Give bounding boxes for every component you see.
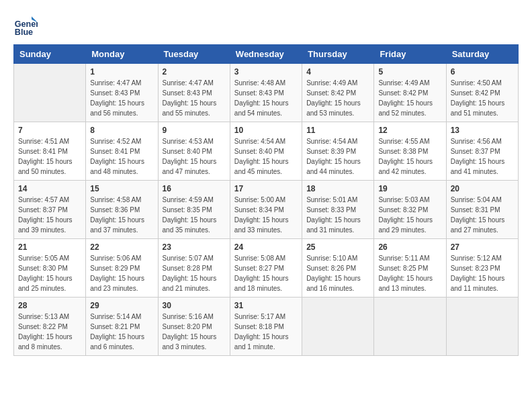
header-day-monday: Monday <box>86 45 158 64</box>
cell-info: Sunrise: 4:54 AMSunset: 8:40 PMDaylight:… <box>234 136 298 177</box>
calendar-cell <box>446 298 518 356</box>
calendar-cell: 17 Sunrise: 5:00 AMSunset: 8:34 PMDaylig… <box>230 181 302 239</box>
cell-info: Sunrise: 4:59 AMSunset: 8:35 PMDaylight:… <box>163 195 226 235</box>
page-header: General Blue <box>13 13 519 38</box>
day-number: 11 <box>306 126 369 135</box>
calendar-cell: 11 Sunrise: 4:54 AMSunset: 8:39 PMDaylig… <box>302 122 374 181</box>
cell-info: Sunrise: 4:47 AMSunset: 8:43 PMDaylight:… <box>90 78 153 118</box>
day-number: 20 <box>451 184 514 193</box>
day-number: 26 <box>378 242 441 252</box>
cell-info: Sunrise: 4:53 AMSunset: 8:40 PMDaylight:… <box>163 136 226 177</box>
calendar-cell <box>14 64 86 122</box>
calendar-header-row: SundayMondayTuesdayWednesdayThursdayFrid… <box>14 45 519 64</box>
day-number: 17 <box>234 184 298 193</box>
cell-info: Sunrise: 4:58 AMSunset: 8:36 PMDaylight:… <box>90 195 153 235</box>
calendar-cell: 2 Sunrise: 4:47 AMSunset: 8:43 PMDayligh… <box>158 64 230 122</box>
week-row-3: 14 Sunrise: 4:57 AMSunset: 8:37 PMDaylig… <box>14 181 519 239</box>
calendar-cell: 21 Sunrise: 5:05 AMSunset: 8:30 PMDaylig… <box>14 239 86 298</box>
calendar-cell: 14 Sunrise: 4:57 AMSunset: 8:37 PMDaylig… <box>14 181 86 239</box>
day-number: 2 <box>163 67 226 77</box>
calendar-cell <box>302 298 374 356</box>
cell-info: Sunrise: 5:17 AMSunset: 8:18 PMDaylight:… <box>234 312 298 352</box>
calendar-cell: 4 Sunrise: 4:49 AMSunset: 8:42 PMDayligh… <box>302 64 374 122</box>
header-day-sunday: Sunday <box>14 45 86 64</box>
cell-info: Sunrise: 4:56 AMSunset: 8:37 PMDaylight:… <box>451 136 514 177</box>
cell-info: Sunrise: 4:57 AMSunset: 8:37 PMDaylight:… <box>18 195 81 235</box>
cell-info: Sunrise: 5:04 AMSunset: 8:31 PMDaylight:… <box>451 195 514 235</box>
cell-info: Sunrise: 4:52 AMSunset: 8:41 PMDaylight:… <box>90 136 153 177</box>
calendar-cell: 19 Sunrise: 5:03 AMSunset: 8:32 PMDaylig… <box>374 181 446 239</box>
day-number: 3 <box>234 67 298 77</box>
day-number: 7 <box>18 126 81 135</box>
cell-info: Sunrise: 4:48 AMSunset: 8:43 PMDaylight:… <box>234 78 298 118</box>
calendar-cell: 8 Sunrise: 4:52 AMSunset: 8:41 PMDayligh… <box>86 122 158 181</box>
day-number: 5 <box>378 67 441 77</box>
day-number: 30 <box>163 301 226 310</box>
cell-info: Sunrise: 4:54 AMSunset: 8:39 PMDaylight:… <box>306 136 369 177</box>
calendar-cell: 16 Sunrise: 4:59 AMSunset: 8:35 PMDaylig… <box>158 181 230 239</box>
cell-info: Sunrise: 5:14 AMSunset: 8:21 PMDaylight:… <box>90 312 153 352</box>
week-row-1: 1 Sunrise: 4:47 AMSunset: 8:43 PMDayligh… <box>14 64 519 122</box>
cell-info: Sunrise: 5:00 AMSunset: 8:34 PMDaylight:… <box>234 195 298 235</box>
calendar-cell: 20 Sunrise: 5:04 AMSunset: 8:31 PMDaylig… <box>446 181 518 239</box>
calendar-cell: 9 Sunrise: 4:53 AMSunset: 8:40 PMDayligh… <box>158 122 230 181</box>
day-number: 28 <box>18 301 81 310</box>
calendar-cell: 10 Sunrise: 4:54 AMSunset: 8:40 PMDaylig… <box>230 122 302 181</box>
week-row-2: 7 Sunrise: 4:51 AMSunset: 8:41 PMDayligh… <box>14 122 519 181</box>
calendar-cell: 1 Sunrise: 4:47 AMSunset: 8:43 PMDayligh… <box>86 64 158 122</box>
day-number: 21 <box>18 242 81 252</box>
day-number: 9 <box>163 126 226 135</box>
day-number: 24 <box>234 242 298 252</box>
cell-info: Sunrise: 4:47 AMSunset: 8:43 PMDaylight:… <box>163 78 226 118</box>
day-number: 25 <box>306 242 369 252</box>
day-number: 18 <box>306 184 369 193</box>
calendar-cell: 18 Sunrise: 5:01 AMSunset: 8:33 PMDaylig… <box>302 181 374 239</box>
day-number: 6 <box>451 67 514 77</box>
cell-info: Sunrise: 5:06 AMSunset: 8:29 PMDaylight:… <box>90 253 153 293</box>
calendar-cell: 12 Sunrise: 4:55 AMSunset: 8:38 PMDaylig… <box>374 122 446 181</box>
week-row-4: 21 Sunrise: 5:05 AMSunset: 8:30 PMDaylig… <box>14 239 519 298</box>
calendar-cell: 3 Sunrise: 4:48 AMSunset: 8:43 PMDayligh… <box>230 64 302 122</box>
cell-info: Sunrise: 5:13 AMSunset: 8:22 PMDaylight:… <box>18 312 81 352</box>
calendar-cell: 26 Sunrise: 5:11 AMSunset: 8:25 PMDaylig… <box>374 239 446 298</box>
cell-info: Sunrise: 5:12 AMSunset: 8:23 PMDaylight:… <box>451 253 514 293</box>
cell-info: Sunrise: 4:55 AMSunset: 8:38 PMDaylight:… <box>378 136 441 177</box>
day-number: 23 <box>163 242 226 252</box>
calendar-cell: 29 Sunrise: 5:14 AMSunset: 8:21 PMDaylig… <box>86 298 158 356</box>
day-number: 15 <box>90 184 153 193</box>
header-day-friday: Friday <box>374 45 446 64</box>
day-number: 16 <box>163 184 226 193</box>
logo-icon: General Blue <box>13 13 38 38</box>
calendar-table: SundayMondayTuesdayWednesdayThursdayFrid… <box>13 44 519 356</box>
cell-info: Sunrise: 5:01 AMSunset: 8:33 PMDaylight:… <box>306 195 369 235</box>
calendar-cell: 27 Sunrise: 5:12 AMSunset: 8:23 PMDaylig… <box>446 239 518 298</box>
calendar-cell: 31 Sunrise: 5:17 AMSunset: 8:18 PMDaylig… <box>230 298 302 356</box>
header-day-saturday: Saturday <box>446 45 518 64</box>
cell-info: Sunrise: 5:03 AMSunset: 8:32 PMDaylight:… <box>378 195 441 235</box>
header-day-tuesday: Tuesday <box>158 45 230 64</box>
day-number: 12 <box>378 126 441 135</box>
header-day-thursday: Thursday <box>302 45 374 64</box>
calendar-cell: 7 Sunrise: 4:51 AMSunset: 8:41 PMDayligh… <box>14 122 86 181</box>
day-number: 22 <box>90 242 153 252</box>
calendar-cell: 25 Sunrise: 5:10 AMSunset: 8:26 PMDaylig… <box>302 239 374 298</box>
week-row-5: 28 Sunrise: 5:13 AMSunset: 8:22 PMDaylig… <box>14 298 519 356</box>
calendar-cell: 15 Sunrise: 4:58 AMSunset: 8:36 PMDaylig… <box>86 181 158 239</box>
cell-info: Sunrise: 5:08 AMSunset: 8:27 PMDaylight:… <box>234 253 298 293</box>
cell-info: Sunrise: 5:11 AMSunset: 8:25 PMDaylight:… <box>378 253 441 293</box>
cell-info: Sunrise: 4:49 AMSunset: 8:42 PMDaylight:… <box>378 78 441 118</box>
calendar-cell: 22 Sunrise: 5:06 AMSunset: 8:29 PMDaylig… <box>86 239 158 298</box>
day-number: 14 <box>18 184 81 193</box>
day-number: 27 <box>451 242 514 252</box>
cell-info: Sunrise: 4:50 AMSunset: 8:42 PMDaylight:… <box>451 78 514 118</box>
calendar-cell: 5 Sunrise: 4:49 AMSunset: 8:42 PMDayligh… <box>374 64 446 122</box>
cell-info: Sunrise: 5:05 AMSunset: 8:30 PMDaylight:… <box>18 253 81 293</box>
day-number: 31 <box>234 301 298 310</box>
day-number: 10 <box>234 126 298 135</box>
calendar-cell: 24 Sunrise: 5:08 AMSunset: 8:27 PMDaylig… <box>230 239 302 298</box>
day-number: 1 <box>90 67 153 77</box>
day-number: 4 <box>306 67 369 77</box>
logo: General Blue <box>13 13 40 38</box>
day-number: 29 <box>90 301 153 310</box>
cell-info: Sunrise: 5:16 AMSunset: 8:20 PMDaylight:… <box>163 312 226 352</box>
